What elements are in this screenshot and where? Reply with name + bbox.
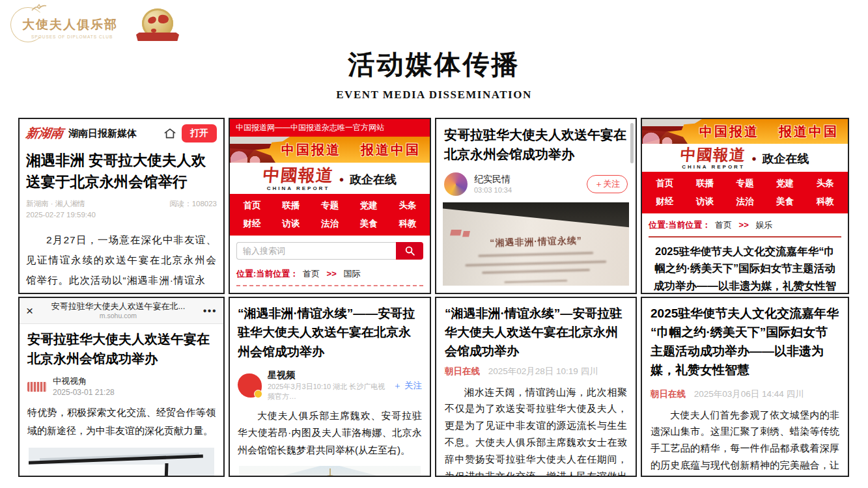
photo-ceiling <box>443 202 629 231</box>
panel-xinhunan: 新湖南 湖南日报新媒体 打开 湘遇非洲 安哥拉大使夫人欢送宴于北京永州会馆举行 … <box>18 118 225 294</box>
site-topbar: 中国报道网——中国报道杂志唯一官方网站 <box>230 119 430 137</box>
read-count: 阅读：108023 <box>169 199 217 209</box>
article-title: 安哥拉驻华大使夫人欢送午宴在北京永州会馆成功举办 <box>444 125 628 164</box>
nav-item-home[interactable]: 首页 <box>645 175 685 192</box>
follow-button[interactable]: ＋ 关注 <box>393 380 422 392</box>
breadcrumb: 位置:当前位置： 首页 >> 国际 <box>230 262 430 283</box>
source-row: 朝日在线 2025年02月28日 10:19 四川 <box>445 366 627 377</box>
more-icon[interactable]: ••• <box>203 305 217 317</box>
article-body: 大使夫人俱乐部主席魏欢、安哥拉驻华大使若昂·内图及夫人菲洛梅娜、北京永州会馆馆长… <box>238 407 422 459</box>
chandelier-icon <box>315 468 345 477</box>
source-name[interactable]: 星视频 <box>268 369 387 382</box>
nav-item-broadcast[interactable]: 联播 <box>685 175 725 192</box>
avatar[interactable] <box>444 172 468 196</box>
author-name[interactable]: 纪实民情 <box>474 173 512 185</box>
site-nav: 首页 联播 专题 党建 头条 财经 访谈 法治 美食 科教 <box>230 194 430 236</box>
article-content: 安哥拉驻华大使夫人欢送午宴在北京永州会馆成功举办 中视视角 2025-03-01… <box>20 324 223 477</box>
nav-item-broadcast[interactable]: 联播 <box>272 197 311 214</box>
breadcrumb-label: 位置:当前位置： <box>649 220 710 230</box>
map-shape <box>151 29 156 33</box>
nav-item-finance[interactable]: 财经 <box>232 215 272 232</box>
divider <box>236 285 423 286</box>
search-input[interactable] <box>236 242 396 260</box>
article-title: 2025驻华使节夫人文化交流嘉年华“巾帼之约·绣美天下”国际妇女节主题活动成功举… <box>651 305 839 380</box>
nav-item-headlines[interactable]: 头条 <box>388 197 427 214</box>
home-icon[interactable] <box>163 127 176 140</box>
banner-slogan-right: 报道中国 <box>779 123 839 141</box>
open-app-button[interactable]: 打开 <box>182 124 217 142</box>
nav-item-special[interactable]: 专题 <box>311 197 350 214</box>
source-name[interactable]: 朝日在线 <box>651 389 686 399</box>
breadcrumb-label: 位置:当前位置： <box>236 269 298 278</box>
chinareport-logo: 中國報道 CHINA REPORT <box>680 147 746 170</box>
logo-en: CHINA REPORT <box>680 164 746 170</box>
logo-bullet: • <box>751 152 756 165</box>
source-name[interactable]: 中视视角 <box>53 375 115 387</box>
scrollbar[interactable] <box>630 123 634 163</box>
nav-item-science[interactable]: 科教 <box>388 215 427 232</box>
banner-slogan-right: 报道中国 <box>361 141 421 159</box>
article-body: 特优势，积极探索文化交流、经贸合作等领域的新途径，为中非友谊的深化贡献力量。 <box>27 403 216 440</box>
channel-label: 政企在线 <box>350 172 397 187</box>
club-circle-icon <box>10 7 46 42</box>
site-banner: 中国报道 报道中国 <box>230 137 430 163</box>
channel-label: 政企在线 <box>763 151 809 167</box>
flag-graphic <box>450 230 462 236</box>
nav-item-home[interactable]: 首页 <box>232 197 272 214</box>
publish-date: 2025年02月28日 10:19 四川 <box>488 366 598 376</box>
breadcrumb-separator: >> <box>327 269 337 278</box>
nav-item-law[interactable]: 法治 <box>725 193 765 210</box>
backdrop-caption: “湘遇非洲·情谊永续” <box>443 234 629 250</box>
publish-date: 2025年03月06日 14:44 四川 <box>694 389 804 399</box>
media-grid: 新湖南 湖南日报新媒体 打开 湘遇非洲 安哥拉大使夫人欢送宴于北京永州会馆举行 … <box>18 118 849 477</box>
article-title: 2025驻华使节夫人文化交流嘉年华“巾帼之约·绣美天下”国际妇女节主题活动成功举… <box>642 237 848 294</box>
nav-item-food[interactable]: 美食 <box>349 215 388 232</box>
nav-item-interview[interactable]: 访谈 <box>685 193 725 210</box>
close-icon[interactable]: × <box>26 305 33 317</box>
tiananmen-graphic <box>642 130 688 144</box>
publish-time: 03:03 10:34 <box>474 185 512 195</box>
source-row: 星视频 2025年3月3日10:10 湖北 长沙广电视频官方… ＋ 关注 <box>238 369 422 401</box>
nav-item-finance[interactable]: 财经 <box>645 193 685 210</box>
tiananmen-graphic <box>230 148 275 163</box>
projection-screen <box>29 465 166 477</box>
logo-en: CHINA REPORT <box>263 185 333 191</box>
nav-item-science[interactable]: 科教 <box>805 193 845 210</box>
search-button[interactable] <box>396 242 423 260</box>
blurred-text-line <box>465 260 606 267</box>
breadcrumb-current: 娱乐 <box>755 220 772 230</box>
browser-title-block: 安哥拉驻华大使夫人欢送午宴在北... m.sohu.com <box>37 301 199 320</box>
nav-item-law[interactable]: 法治 <box>311 215 350 232</box>
logo-bullet: • <box>339 173 344 186</box>
chinareport-logo: 中國報道 CHINA REPORT <box>263 167 333 191</box>
breadcrumb-home[interactable]: 首页 <box>715 220 732 230</box>
nav-item-food[interactable]: 美食 <box>765 193 805 210</box>
article-body: 湘水连天阔，情谊跨山海，此次相聚不仅是为了欢送安哥拉驻华大使及夫人，更是为了见证… <box>445 384 627 477</box>
page-title: 活动媒体传播 <box>0 47 868 83</box>
nav-item-party[interactable]: 党建 <box>765 175 805 192</box>
site-nav: 首页 联播 专题 党建 头条 财经 访谈 法治 美食 科教 <box>642 172 848 213</box>
avatar[interactable] <box>238 373 262 398</box>
breadcrumb-home[interactable]: 首页 <box>303 269 320 278</box>
site-logo-area: 中國報道 CHINA REPORT • 政企在线 <box>230 163 430 194</box>
search-icon <box>404 245 415 256</box>
bird-icon <box>31 4 48 13</box>
nav-item-special[interactable]: 专题 <box>725 175 765 192</box>
article-title[interactable]: 湘遇非洲 安哥拉大使夫人欢送宴于北京永州会馆举行 <box>26 150 217 193</box>
nav-item-interview[interactable]: 访谈 <box>272 215 311 232</box>
panel-xingshipin: “湘遇非洲·情谊永续”——安哥拉驻华大使夫人欢送午宴在北京永州会馆成功举办 星视… <box>229 297 431 477</box>
brand-row: 大使夫人俱乐部 SPOUSES OF DIPLOMATS CLUB <box>10 5 180 44</box>
nav-item-headlines[interactable]: 头条 <box>805 175 845 192</box>
nav-item-party[interactable]: 党建 <box>349 197 388 214</box>
slide-page: 大使夫人俱乐部 SPOUSES OF DIPLOMATS CLUB 活动媒体传播… <box>0 0 868 488</box>
blurred-text-line <box>504 280 567 284</box>
article-title: 安哥拉驻华大使夫人欢送午宴在北京永州会馆成功举办 <box>27 329 216 368</box>
article-photo: “湘遇非洲·情谊永续” <box>443 202 629 286</box>
panel-jishiminqing: 安哥拉驻华大使夫人欢送午宴在北京永州会馆成功举办 纪实民情 03:03 10:3… <box>435 118 637 294</box>
source-name[interactable]: 朝日在线 <box>445 366 480 376</box>
article-title: “湘遇非洲·情谊永续”—安哥拉驻华大使夫人欢送午宴在北京永州会馆成功举办 <box>445 305 627 361</box>
logo-cn: 中國報道 <box>262 167 334 184</box>
blurred-text-line <box>482 269 590 274</box>
follow-button[interactable]: ＋关注 <box>587 175 628 193</box>
article-body: 大使夫人们首先参观了依文城堡内的非遗深山集市。这里汇聚了刺绣、蜡染等传统手工艺品… <box>651 407 839 478</box>
